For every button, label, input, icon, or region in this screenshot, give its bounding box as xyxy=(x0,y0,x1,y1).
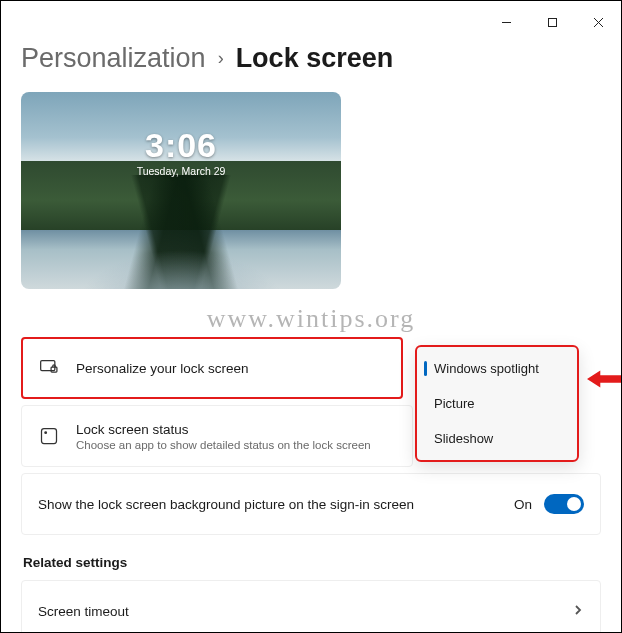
toggle-label: On xyxy=(514,497,532,512)
personalize-dropdown-menu: Windows spotlight Picture Slideshow xyxy=(415,345,579,462)
breadcrumb-parent[interactable]: Personalization xyxy=(21,43,206,74)
preview-date: Tuesday, March 29 xyxy=(21,165,341,177)
row-signin-background: Show the lock screen background picture … xyxy=(21,473,601,535)
preview-time: 3:06 xyxy=(21,126,341,165)
dropdown-option-slideshow[interactable]: Slideshow xyxy=(420,421,574,456)
row-title: Personalize your lock screen xyxy=(76,361,249,376)
minimize-button[interactable] xyxy=(483,7,529,37)
row-title: Screen timeout xyxy=(38,604,129,619)
row-title: Lock screen status xyxy=(76,422,371,437)
chevron-right-icon: › xyxy=(218,48,224,69)
maximize-button[interactable] xyxy=(529,7,575,37)
svg-point-7 xyxy=(44,431,47,434)
svg-rect-5 xyxy=(51,367,57,372)
row-personalize-lock-screen[interactable]: Personalize your lock screen xyxy=(21,337,403,399)
page-title: Lock screen xyxy=(236,43,394,74)
lock-screen-preview: 3:06 Tuesday, March 29 xyxy=(21,92,341,289)
svg-marker-8 xyxy=(587,370,622,387)
dropdown-option-picture[interactable]: Picture xyxy=(420,386,574,421)
close-button[interactable] xyxy=(575,7,621,37)
annotation-arrow xyxy=(587,368,622,394)
svg-rect-1 xyxy=(548,18,556,26)
row-title: Show the lock screen background picture … xyxy=(38,497,414,512)
svg-rect-6 xyxy=(42,429,57,444)
dropdown-option-windows-spotlight[interactable]: Windows spotlight xyxy=(420,351,574,386)
row-lock-screen-status[interactable]: Lock screen status Choose an app to show… xyxy=(21,405,413,467)
monitor-lock-icon xyxy=(38,358,60,378)
breadcrumb: Personalization › Lock screen xyxy=(21,43,601,74)
row-subtitle: Choose an app to show detailed status on… xyxy=(76,439,371,451)
section-related-settings: Related settings xyxy=(23,555,601,570)
window-titlebar xyxy=(1,1,621,37)
chevron-right-icon xyxy=(572,602,584,620)
signin-background-toggle[interactable] xyxy=(544,494,584,514)
app-square-icon xyxy=(38,426,60,446)
row-screen-timeout[interactable]: Screen timeout xyxy=(21,580,601,633)
